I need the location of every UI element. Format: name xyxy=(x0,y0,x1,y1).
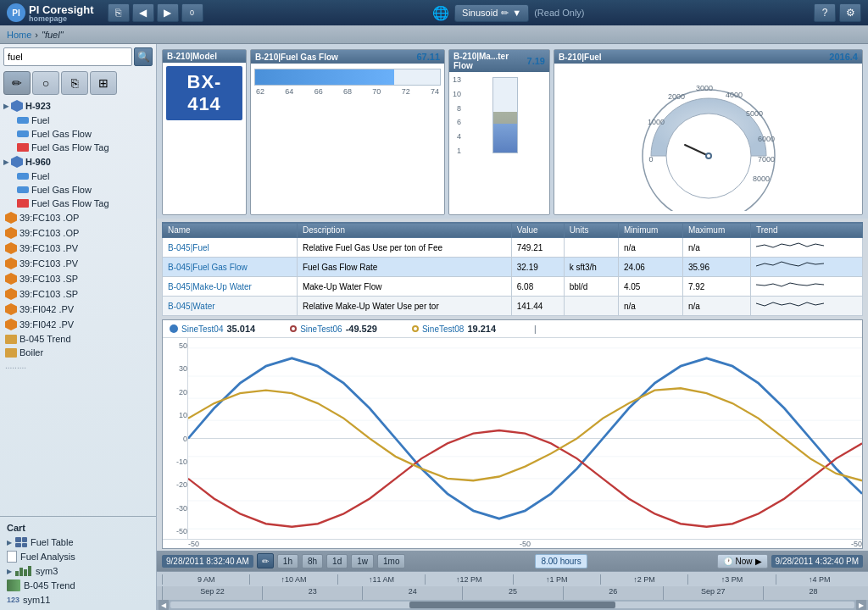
sidebar-item-h923-fuel[interactable]: Fuel xyxy=(0,114,156,127)
date-tick-sep22: Sep 22 xyxy=(162,586,262,600)
cart-section: Cart ▶ Fuel Table Fuel Analysis ▶ xyxy=(0,516,156,610)
cart-item-sym11[interactable]: 123 sym11 xyxy=(0,593,156,607)
sidebar-item-label: H-923 xyxy=(25,101,51,111)
scroll-left-button[interactable]: ◀ xyxy=(159,600,169,610)
table-row[interactable]: B-045|Make-Up Water Make-Up Water Flow 6… xyxy=(163,277,863,297)
scroll-thumb[interactable] xyxy=(409,602,615,608)
cart-item-b045-trend[interactable]: B-045 Trend xyxy=(0,578,156,593)
cell-units: k sft3/h xyxy=(564,258,618,277)
cell-value: 749.21 xyxy=(511,238,564,258)
svg-text:2000: 2000 xyxy=(667,92,684,101)
legend-label-sine08: SineTest08 xyxy=(422,324,464,334)
abc-icon: 123 xyxy=(7,596,19,604)
pipe-icon xyxy=(17,117,29,124)
table-row[interactable]: B-045|Fuel Relative Fuel Gas Use per ton… xyxy=(163,238,863,258)
tree-group-h960[interactable]: ▶ H-960 xyxy=(0,154,156,169)
search-button[interactable]: 🔍 xyxy=(134,47,153,66)
center-controls: 🌐 Sinusoid ✏ ▼ (Read Only) xyxy=(210,4,807,22)
counter-button[interactable]: 0 xyxy=(181,3,203,22)
fuel-flow-widget: B-210|Fuel Gas Flow 67.11 62646668707274 xyxy=(250,49,445,215)
cart-item-label: B-045 Trend xyxy=(24,580,75,591)
breadcrumb-separator: › xyxy=(35,30,38,40)
sidebar-item-fc103-sp2[interactable]: 39:FC103 .SP xyxy=(0,286,156,302)
cell-max: 35.96 xyxy=(682,258,750,277)
sidebar-item-fi042-pv1[interactable]: 39:FI042 .PV xyxy=(0,302,156,317)
cart-item-fuel-analysis[interactable]: Fuel Analysis xyxy=(0,549,156,564)
sidebar-item-h960-fuel[interactable]: Fuel xyxy=(0,169,156,183)
col-header-description: Description xyxy=(297,223,511,238)
expand-icon: ▶ xyxy=(3,103,8,110)
time-1w-button[interactable]: 1w xyxy=(351,554,374,568)
chart-legend: SineTest04 35.014 SineTest06 -49.529 Sin… xyxy=(163,320,862,338)
sidebar-item-b045-trend[interactable]: B-045 Trend xyxy=(0,332,156,346)
clock-icon: 🕐 xyxy=(723,557,733,566)
timeline-controls: 9/28/2011 8:32:40 AM ✏ 1h 8h 1d 1w 1mo 8… xyxy=(157,551,868,571)
tool-copy-button[interactable]: ⎘ xyxy=(61,71,88,95)
cell-trend xyxy=(750,297,862,316)
sidebar-item-fc103-op1[interactable]: 39:FC103 .OP xyxy=(0,210,156,225)
tool-grid-button[interactable]: ⊞ xyxy=(90,71,117,95)
sidebar-item-fc103-sp1[interactable]: 39:FC103 .SP xyxy=(0,271,156,286)
gauge-container: 0 1000 2000 3000 4000 5000 6000 7000 800… xyxy=(554,64,862,214)
table-row[interactable]: B-045|Water Relative Make-Up Water Use p… xyxy=(163,297,863,316)
legend-sine04: SineTest04 35.014 xyxy=(170,324,255,334)
ruler-tick-10am: ↑10 AM xyxy=(249,574,337,585)
sidebar-item-fc103-op2[interactable]: 39:FC103 .OP xyxy=(0,225,156,241)
sinusoid-button[interactable]: Sinusoid ✏ ▼ xyxy=(454,4,529,22)
cell-units xyxy=(564,297,618,316)
content-area: B-210|Model BX-414 B-210|Fuel Gas Flow 6… xyxy=(157,44,868,610)
back-button[interactable]: ◀ xyxy=(132,3,154,22)
sidebar-item-label: 39:FC103 .PV xyxy=(19,258,78,269)
table-row[interactable]: B-045|Fuel Gas Flow Fuel Gas Flow Rate 3… xyxy=(163,258,863,277)
sidebar-item-h923-fgf[interactable]: Fuel Gas Flow xyxy=(0,127,156,141)
legend-dot-sine06 xyxy=(290,325,297,332)
ruler-tick-9am: 9 AM xyxy=(162,574,249,585)
date-tick-sep27: Sep 27 xyxy=(663,586,763,600)
timeline-scrollbar[interactable]: ◀ ▶ xyxy=(157,600,868,610)
time-1d-button[interactable]: 1d xyxy=(326,554,348,568)
sidebar-item-h923-fgft[interactable]: Fuel Gas Flow Tag xyxy=(0,141,156,154)
search-bar: 🔍 xyxy=(0,44,156,69)
dropdown-icon: ▼ xyxy=(512,8,521,18)
tree-group-h923[interactable]: ▶ H-923 xyxy=(0,98,156,114)
edit-time-button[interactable]: ✏ xyxy=(257,553,274,568)
search-input[interactable] xyxy=(3,47,132,66)
sidebar-item-boiler[interactable]: Boiler xyxy=(0,346,156,359)
fuel-flow-header: B-210|Fuel Gas Flow 67.11 xyxy=(251,50,444,64)
sidebar-item-fi042-pv2[interactable]: 39:FI042 .PV xyxy=(0,317,156,332)
time-1h-button[interactable]: 1h xyxy=(277,554,298,568)
sidebar-item-label: H-960 xyxy=(25,157,51,167)
date-tick-28: 28 xyxy=(763,586,863,600)
sidebar-item-label: 39:FC103 .SP xyxy=(19,289,78,299)
time-8h-button[interactable]: 8h xyxy=(302,554,323,568)
svg-text:8000: 8000 xyxy=(752,175,769,183)
cart-item-sym3[interactable]: ▶ sym3 xyxy=(0,564,156,578)
breadcrumb-home[interactable]: Home xyxy=(7,30,31,40)
duration-badge: 8.00 hours xyxy=(535,554,587,568)
logo-area: PI PI Coresight homepage xyxy=(7,3,94,23)
scroll-right-button[interactable]: ▶ xyxy=(856,600,866,610)
header-right-buttons: ? ⚙ xyxy=(814,3,861,22)
model-widget-header: B-210|Model xyxy=(163,50,246,63)
legend-label-sine04: SineTest04 xyxy=(181,324,223,334)
flow-bar xyxy=(255,69,394,85)
cart-item-fuel-table[interactable]: ▶ Fuel Table xyxy=(0,535,156,549)
forward-button[interactable]: ▶ xyxy=(157,3,179,22)
hex-icon xyxy=(5,303,17,315)
settings-button[interactable]: ⚙ xyxy=(839,3,861,22)
svg-text:0: 0 xyxy=(648,155,653,164)
help-button[interactable]: ? xyxy=(814,3,836,22)
time-1mo-button[interactable]: 1mo xyxy=(377,554,405,568)
cell-min: n/a xyxy=(618,238,682,258)
sidebar-item-h960-fgf[interactable]: Fuel Gas Flow xyxy=(0,183,156,197)
cell-units: bbl/d xyxy=(564,277,618,297)
cell-name: B-045|Fuel Gas Flow xyxy=(163,258,298,277)
sidebar-item-label: 39:FC103 .OP xyxy=(19,213,79,223)
tool-pencil-button[interactable]: ✏ xyxy=(3,71,31,95)
sidebar-item-h960-fgft[interactable]: Fuel Gas Flow Tag xyxy=(0,197,156,210)
new-window-button[interactable]: ⎘ xyxy=(108,3,130,22)
tool-circle-button[interactable]: ○ xyxy=(32,71,59,95)
now-button[interactable]: 🕐 Now ▶ xyxy=(717,554,768,568)
sidebar-item-fc103-pv2[interactable]: 39:FC103 .PV xyxy=(0,256,156,271)
sidebar-item-fc103-pv1[interactable]: 39:FC103 .PV xyxy=(0,241,156,256)
